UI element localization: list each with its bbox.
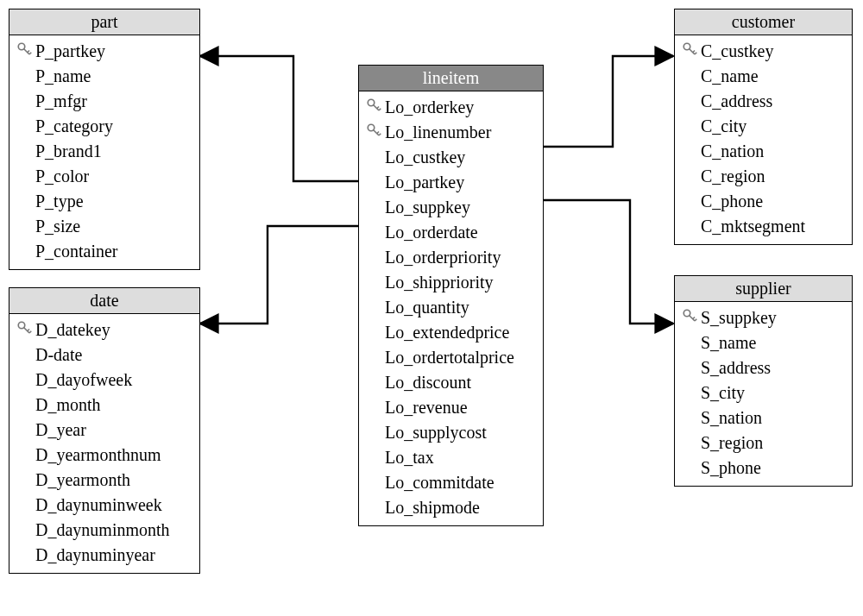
field-row: P_category xyxy=(16,114,192,139)
field-row: S_name xyxy=(682,330,845,355)
field-row: S_region xyxy=(682,431,845,456)
field-name: S_name xyxy=(701,330,756,355)
field-name: P_partkey xyxy=(35,39,105,64)
field-name: Lo_revenue xyxy=(385,395,468,420)
field-name: P_type xyxy=(35,189,84,214)
field-name: Lo_linenumber xyxy=(385,120,491,145)
entity-customer: customer C_custkeyC_nameC_addressC_cityC… xyxy=(674,9,853,245)
field-name: Lo_quantity xyxy=(385,295,469,320)
entity-date: date D_datekeyD-dateD_dayofweekD_monthD_… xyxy=(9,287,200,574)
field-row: Lo_shipmode xyxy=(366,495,536,520)
field-row: Lo_tax xyxy=(366,445,536,470)
field-name: D_dayofweek xyxy=(35,368,132,393)
field-name: Lo_extendedprice xyxy=(385,320,509,345)
field-row: D_daynuminmonth xyxy=(16,518,192,543)
field-row: C_name xyxy=(682,64,845,89)
entity-date-body: D_datekeyD-dateD_dayofweekD_monthD_yearD… xyxy=(9,314,199,573)
field-name: S_nation xyxy=(701,405,762,431)
field-name: P_brand1 xyxy=(35,139,102,164)
field-name: D_month xyxy=(35,393,101,418)
field-name: P_color xyxy=(35,164,89,189)
field-row: Lo_orderdate xyxy=(366,220,536,245)
field-row: C_region xyxy=(682,164,845,189)
field-row: D_yearmonth xyxy=(16,468,192,493)
field-name: Lo_ordertotalprice xyxy=(385,345,514,370)
svg-line-3 xyxy=(29,53,31,54)
field-row: D_datekey xyxy=(16,317,192,343)
field-row: Lo_ordertotalprice xyxy=(366,345,536,370)
field-row: S_nation xyxy=(682,405,845,431)
field-row: C_phone xyxy=(682,189,845,214)
svg-line-6 xyxy=(28,330,29,331)
field-row: D-date xyxy=(16,343,192,368)
entity-lineitem-body: Lo_orderkeyLo_linenumberLo_custkeyLo_par… xyxy=(359,91,543,525)
field-row: Lo_supplycost xyxy=(366,420,536,445)
field-name: D_yearmonthnum xyxy=(35,443,161,468)
field-row: S_suppkey xyxy=(682,305,845,330)
field-row: P_type xyxy=(16,189,192,214)
key-icon xyxy=(16,39,35,64)
field-name: Lo_custkey xyxy=(385,145,465,170)
field-name: C_mktsegment xyxy=(701,214,805,239)
field-name: P_mfgr xyxy=(35,89,87,114)
field-name: C_address xyxy=(701,89,772,114)
field-row: Lo_discount xyxy=(366,370,536,395)
field-name: P_container xyxy=(35,239,118,264)
entity-customer-header: customer xyxy=(675,9,852,35)
field-name: Lo_suppkey xyxy=(385,195,470,220)
field-row: Lo_extendedprice xyxy=(366,320,536,345)
entity-part: part P_partkeyP_nameP_mfgrP_categoryP_br… xyxy=(9,9,200,270)
field-row: C_custkey xyxy=(682,39,845,64)
field-row: C_nation xyxy=(682,139,845,164)
field-name: Lo_orderdate xyxy=(385,220,478,245)
key-icon xyxy=(366,120,385,145)
field-name: Lo_orderpriority xyxy=(385,245,501,270)
field-row: D_yearmonthnum xyxy=(16,443,192,468)
field-row: Lo_quantity xyxy=(366,295,536,320)
field-row: S_phone xyxy=(682,456,845,481)
svg-line-2 xyxy=(28,51,29,53)
field-name: Lo_orderkey xyxy=(385,95,474,120)
entity-lineitem: lineitem Lo_orderkeyLo_linenumberLo_cust… xyxy=(358,65,544,526)
field-name: C_region xyxy=(701,164,765,189)
field-row: C_mktsegment xyxy=(682,214,845,239)
field-row: D_dayofweek xyxy=(16,368,192,393)
field-row: Lo_shippriority xyxy=(366,270,536,295)
field-name: C_phone xyxy=(701,189,763,214)
key-icon xyxy=(366,95,385,120)
svg-line-22 xyxy=(693,317,695,319)
field-row: Lo_orderkey xyxy=(366,95,536,120)
field-row: D_daynuminyear xyxy=(16,543,192,568)
field-name: P_category xyxy=(35,114,113,139)
field-row: Lo_commitdate xyxy=(366,470,536,495)
field-row: Lo_suppkey xyxy=(366,195,536,220)
svg-line-11 xyxy=(379,109,381,110)
field-name: D_daynuminmonth xyxy=(35,518,170,543)
field-row: S_address xyxy=(682,355,845,380)
entity-customer-body: C_custkeyC_nameC_addressC_cityC_nationC_… xyxy=(675,35,852,244)
field-row: P_mfgr xyxy=(16,89,192,114)
field-name: S_address xyxy=(701,355,771,380)
field-name: Lo_supplycost xyxy=(385,420,487,445)
field-name: P_name xyxy=(35,64,91,89)
field-row: C_city xyxy=(682,114,845,139)
field-row: P_brand1 xyxy=(16,139,192,164)
svg-line-18 xyxy=(693,51,695,53)
field-row: Lo_custkey xyxy=(366,145,536,170)
entity-lineitem-header: lineitem xyxy=(359,66,543,91)
field-row: P_size xyxy=(16,214,192,239)
field-row: Lo_linenumber xyxy=(366,120,536,145)
key-icon xyxy=(682,39,701,64)
field-name: Lo_tax xyxy=(385,445,434,470)
field-name: S_city xyxy=(701,380,745,405)
field-name: D_yearmonth xyxy=(35,468,130,493)
field-name: Lo_commitdate xyxy=(385,470,494,495)
field-row: P_name xyxy=(16,64,192,89)
field-row: P_color xyxy=(16,164,192,189)
entity-supplier-body: S_suppkeyS_nameS_addressS_cityS_nationS_… xyxy=(675,302,852,486)
key-icon xyxy=(682,305,701,330)
field-name: D_daynuminyear xyxy=(35,543,155,568)
field-name: S_region xyxy=(701,431,763,456)
field-name: C_nation xyxy=(701,139,764,164)
entity-supplier-header: supplier xyxy=(675,276,852,302)
